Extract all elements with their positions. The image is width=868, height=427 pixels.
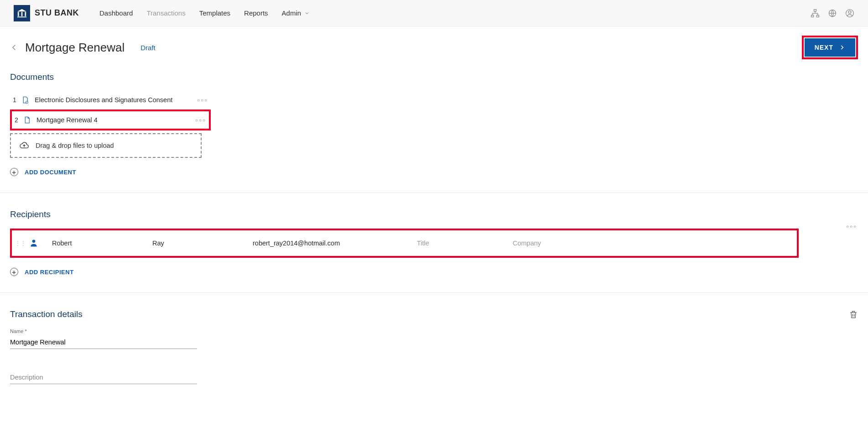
- svg-marker-4: [17, 9, 26, 11]
- svg-rect-3: [17, 16, 26, 17]
- drag-handle-icon[interactable]: ⋮⋮: [15, 240, 20, 247]
- plus-circle-icon: +: [10, 168, 18, 176]
- recipients-title: Recipients: [10, 209, 858, 219]
- divider: [0, 193, 868, 193]
- nav-dashboard[interactable]: Dashboard: [99, 9, 133, 17]
- svg-rect-6: [811, 15, 814, 17]
- doc-name: Mortgage Renewal 4: [36, 116, 195, 124]
- add-recipient-button[interactable]: + ADD RECIPIENT: [10, 268, 858, 276]
- document-row[interactable]: 2 Mortgage Renewal 4 ○○○: [12, 111, 209, 129]
- cloud-upload-icon: [19, 141, 29, 150]
- details-title: Transaction details: [10, 309, 858, 319]
- nav-admin-label: Admin: [282, 9, 301, 17]
- nav-reports[interactable]: Reports: [244, 9, 268, 17]
- name-label: Name *: [10, 328, 197, 334]
- svg-point-10: [848, 10, 851, 13]
- documents-section: Documents 1 Electronic Disclosures and S…: [10, 72, 858, 176]
- status-badge: Draft: [140, 44, 156, 52]
- back-chevron-icon[interactable]: [10, 43, 18, 52]
- recipient-email[interactable]: robert_ray2014@hotmail.com: [253, 240, 408, 247]
- nav-templates[interactable]: Templates: [199, 9, 230, 17]
- person-icon: [29, 239, 38, 248]
- globe-icon[interactable]: [828, 9, 837, 18]
- divider: [0, 292, 868, 293]
- dropzone-text: Drag & drop files to upload: [36, 142, 114, 149]
- recipient-more-icon[interactable]: ○○○: [846, 224, 857, 229]
- chevron-down-icon: [304, 10, 310, 16]
- user-icon[interactable]: [845, 9, 854, 18]
- svg-rect-1: [21, 12, 23, 16]
- recipient-row[interactable]: ⋮⋮ Robert Ray robert_ray2014@hotmail.com…: [15, 239, 792, 248]
- top-icons: [811, 9, 854, 18]
- doc-more-icon[interactable]: ○○○: [195, 118, 206, 123]
- description-field-wrap: [10, 371, 197, 384]
- transaction-details-section: Transaction details Name *: [10, 309, 858, 384]
- logo-mark-icon: [14, 5, 30, 21]
- doc-name: Electronic Disclosures and Signatures Co…: [35, 96, 197, 104]
- sitemap-icon[interactable]: [811, 9, 820, 18]
- page-header: Mortgage Renewal Draft NEXT: [10, 36, 858, 59]
- document-highlight: 2 Mortgage Renewal 4 ○○○: [10, 109, 211, 130]
- document-icon: [23, 116, 31, 124]
- trash-icon[interactable]: [849, 309, 858, 319]
- document-list: 1 Electronic Disclosures and Signatures …: [10, 91, 211, 158]
- logo: STU BANK: [14, 5, 79, 21]
- recipient-highlight: ⋮⋮ Robert Ray robert_ray2014@hotmail.com…: [10, 229, 799, 258]
- add-recipient-label: ADD RECIPIENT: [25, 269, 74, 276]
- upload-dropzone[interactable]: Drag & drop files to upload: [10, 133, 202, 158]
- next-button[interactable]: NEXT: [805, 38, 855, 57]
- svg-rect-5: [814, 9, 816, 11]
- recipient-company[interactable]: Company: [513, 240, 595, 247]
- nav-transactions[interactable]: Transactions: [146, 9, 185, 17]
- next-label: NEXT: [815, 44, 833, 51]
- add-document-button[interactable]: + ADD DOCUMENT: [10, 168, 858, 176]
- doc-more-icon[interactable]: ○○○: [197, 98, 208, 103]
- recipient-title[interactable]: Title: [417, 240, 504, 247]
- svg-rect-0: [18, 12, 19, 16]
- name-field-wrap: Name *: [10, 328, 197, 349]
- recipient-first-name[interactable]: Robert: [52, 240, 143, 247]
- chevron-right-icon: [839, 44, 845, 51]
- page-title: Mortgage Renewal: [25, 41, 125, 55]
- main-nav: Dashboard Transactions Templates Reports…: [99, 9, 310, 17]
- recipients-section: Recipients ⋮⋮ Robert Ray robert_ray2014@…: [10, 209, 858, 276]
- documents-title: Documents: [10, 72, 858, 82]
- document-row[interactable]: 1 Electronic Disclosures and Signatures …: [10, 91, 211, 109]
- svg-rect-7: [816, 15, 819, 17]
- nav-admin[interactable]: Admin: [282, 9, 310, 17]
- recipient-last-name[interactable]: Ray: [152, 240, 244, 247]
- plus-circle-icon: +: [10, 268, 18, 276]
- description-input[interactable]: [10, 371, 197, 384]
- name-input[interactable]: [10, 336, 197, 349]
- topbar: STU BANK Dashboard Transactions Template…: [0, 0, 868, 26]
- svg-rect-2: [25, 12, 26, 16]
- next-highlight: NEXT: [802, 36, 858, 59]
- svg-point-12: [32, 240, 36, 243]
- add-document-label: ADD DOCUMENT: [25, 169, 76, 176]
- document-check-icon: [21, 96, 29, 104]
- page-body: Mortgage Renewal Draft NEXT Documents 1 …: [0, 26, 868, 402]
- doc-number: 2: [15, 116, 23, 124]
- doc-number: 1: [13, 96, 21, 104]
- brand-name: STU BANK: [35, 8, 79, 18]
